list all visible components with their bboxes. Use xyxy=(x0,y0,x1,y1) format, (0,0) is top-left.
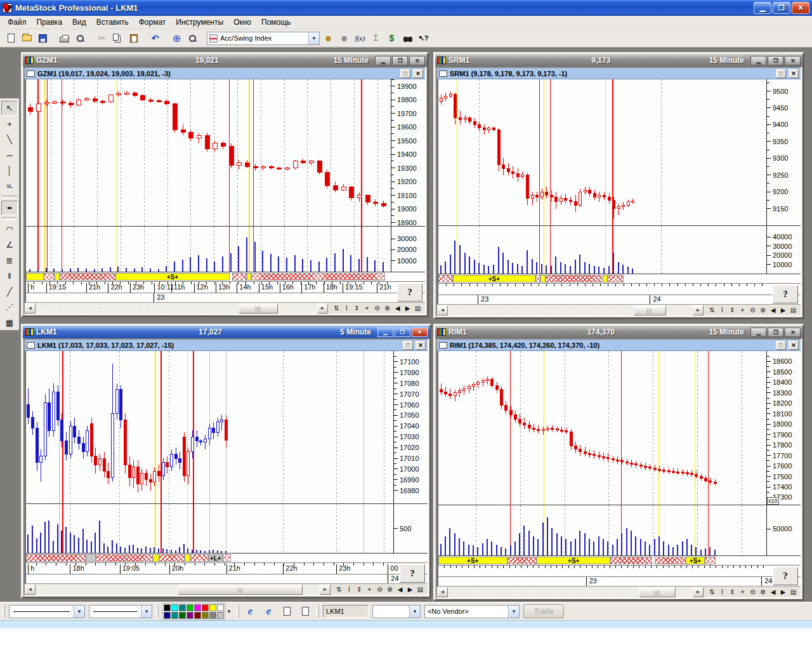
window-minimize-button[interactable]: ▁ xyxy=(375,56,391,65)
layout-icon[interactable]: ▤ xyxy=(416,585,425,594)
menu-2[interactable]: Вид xyxy=(67,17,91,28)
trade-button[interactable]: Trade xyxy=(523,604,564,618)
expert-advisor-icon[interactable]: ☻ xyxy=(321,31,336,45)
explorer-agent-icon[interactable]: ☻ xyxy=(337,31,351,45)
window-minimize-button[interactable]: ▁ xyxy=(377,328,393,337)
line-style-dropdown[interactable]: ▼ xyxy=(9,605,85,618)
fib-fan-tool[interactable]: ∠ xyxy=(1,237,18,252)
chart-window-header[interactable]: SRM1 9,173 15 Minute ▁ ❐ ✕ xyxy=(435,54,802,67)
chart-close-button[interactable]: ✕ xyxy=(789,69,799,78)
pan-icon[interactable]: + xyxy=(738,587,747,597)
open-folder-icon[interactable] xyxy=(20,31,34,45)
window-maximize-button[interactable]: ❐ xyxy=(768,328,783,337)
scrollbar-track[interactable] xyxy=(448,305,693,315)
page-next-icon[interactable]: ▶ xyxy=(405,585,415,594)
cut-icon[interactable]: ✂ xyxy=(95,31,109,45)
menu-6[interactable]: Окно xyxy=(228,17,256,28)
copy-icon[interactable] xyxy=(110,31,125,45)
scrollbar-track[interactable] xyxy=(36,303,317,314)
window-minimize-button[interactable]: ▁ xyxy=(750,56,766,65)
print-icon[interactable] xyxy=(57,31,72,45)
menu-3[interactable]: Вставить xyxy=(91,17,134,28)
vendor-dropdown[interactable]: <No Vendor> ▼ xyxy=(424,605,520,618)
color-swatch-4[interactable] xyxy=(194,604,201,611)
color-swatch-2[interactable] xyxy=(179,604,186,611)
chart-restore-button[interactable]: □ xyxy=(400,69,410,78)
color-swatch-7[interactable] xyxy=(217,604,224,611)
refresh-chart-icon[interactable] xyxy=(298,604,313,618)
refresh-icon[interactable]: ⇅ xyxy=(707,305,717,315)
color-swatch-3[interactable] xyxy=(187,604,193,611)
scroll-right-icon[interactable]: ► xyxy=(317,303,328,314)
scrollbar-thumb[interactable] xyxy=(634,305,665,315)
close-button[interactable]: ✕ xyxy=(792,2,809,14)
color-swatch-11[interactable] xyxy=(187,612,193,619)
chart-titlebar[interactable]: RIM1 (174,385, 174,420, 174,260, 174,370… xyxy=(437,340,801,351)
zoom-out-icon[interactable]: ⊖ xyxy=(372,303,382,313)
zoom-out-icon[interactable]: ⊖ xyxy=(375,585,384,594)
pan-icon[interactable]: + xyxy=(365,585,374,594)
menu-5[interactable]: Инструменты xyxy=(171,17,228,28)
zoom-in-icon[interactable]: ⊕ xyxy=(385,585,395,594)
chart-titlebar[interactable]: SRM1 (9,178, 9,178, 9,173, 9,173, -1) □ … xyxy=(437,68,801,79)
color-swatch-6[interactable] xyxy=(209,604,216,611)
page-next-icon[interactable]: ▶ xyxy=(778,587,788,597)
vert-zoom-icon[interactable]: ⇕ xyxy=(728,587,737,597)
cursor-icon[interactable]: I xyxy=(344,585,354,594)
pointer-tool[interactable]: ↖ xyxy=(1,101,18,116)
minimize-button[interactable]: ▁ xyxy=(754,2,771,14)
scroll-left-icon[interactable]: ◄ xyxy=(25,303,36,314)
refresh-icon[interactable]: ⇅ xyxy=(707,587,717,597)
zoom-document-icon[interactable] xyxy=(185,31,200,45)
chart-window-header[interactable]: LKM1 17,027 5 Minute ▁ ❐ ✕ xyxy=(23,326,429,338)
color-swatch-13[interactable] xyxy=(202,612,209,619)
menu-0[interactable]: Файл xyxy=(3,17,32,28)
window-close-button[interactable]: ✕ xyxy=(409,56,425,65)
vertical-line-tool[interactable]: │ xyxy=(1,163,18,178)
page-next-icon[interactable]: ▶ xyxy=(403,303,412,313)
print-preview-icon[interactable] xyxy=(73,31,88,45)
indicator-builder-icon[interactable]: f(x) xyxy=(353,31,367,45)
scrollbar-track[interactable] xyxy=(36,585,320,595)
pan-icon[interactable]: + xyxy=(362,303,372,313)
chart-restore-button[interactable]: □ xyxy=(776,341,786,350)
internet-explorer-chart-icon[interactable]: e xyxy=(261,604,276,618)
maximize-button[interactable]: ❐ xyxy=(773,2,790,14)
color-swatch-5[interactable] xyxy=(202,604,209,611)
diagonal-line-tool[interactable]: ╱ xyxy=(1,284,18,299)
chart-close-button[interactable]: ✕ xyxy=(416,341,426,350)
refresh-icon[interactable]: ⇅ xyxy=(334,585,344,594)
crosshair-tool[interactable]: + xyxy=(1,116,18,131)
zoom-in-icon[interactable]: ⊕ xyxy=(758,305,768,315)
symbol-field[interactable]: LKM1 xyxy=(323,605,369,618)
zoom-out-icon[interactable]: ⊖ xyxy=(748,587,757,597)
scrollbar-thumb[interactable] xyxy=(639,587,676,597)
zoom-in-icon[interactable]: ⊕ xyxy=(383,303,392,313)
color-swatch-12[interactable] xyxy=(194,612,201,619)
chevron-down-icon[interactable]: ▼ xyxy=(409,606,420,618)
cursor-icon[interactable]: I xyxy=(342,303,351,313)
chart-restore-button[interactable]: □ xyxy=(403,341,413,350)
menu-7[interactable]: Помощь xyxy=(256,17,296,28)
chart-restore-button[interactable]: □ xyxy=(776,69,786,78)
layout-icon[interactable]: ▤ xyxy=(413,303,422,313)
publish-chart-icon[interactable] xyxy=(280,604,294,618)
chevron-down-icon[interactable]: ▼ xyxy=(141,606,152,618)
scroll-right-icon[interactable]: ► xyxy=(693,305,704,315)
help-button[interactable]: ? xyxy=(397,283,422,302)
chevron-down-icon[interactable]: ▼ xyxy=(508,606,519,618)
gann-grid-tool[interactable]: ▦ xyxy=(1,315,18,329)
period-dropdown[interactable]: ▼ xyxy=(372,605,421,618)
scrollbar-thumb[interactable] xyxy=(239,303,278,314)
layout-icon[interactable]: ▤ xyxy=(789,587,798,597)
cursor-icon[interactable]: I xyxy=(717,305,727,315)
color-swatch-14[interactable] xyxy=(209,612,216,619)
chevron-down-icon[interactable]: ▼ xyxy=(308,32,319,44)
scroll-left-icon[interactable]: ◄ xyxy=(25,585,36,595)
indicator-dropdown[interactable]: Acc/Swing Index ▼ xyxy=(207,32,320,45)
fib-arc-tool[interactable]: ◠ xyxy=(1,222,18,237)
color-swatch-15[interactable] xyxy=(217,612,224,619)
binoculars-explore-icon[interactable] xyxy=(400,31,415,45)
scrollbar-track[interactable] xyxy=(448,587,693,597)
palette-dropdown-icon[interactable]: ▼ xyxy=(225,609,233,614)
